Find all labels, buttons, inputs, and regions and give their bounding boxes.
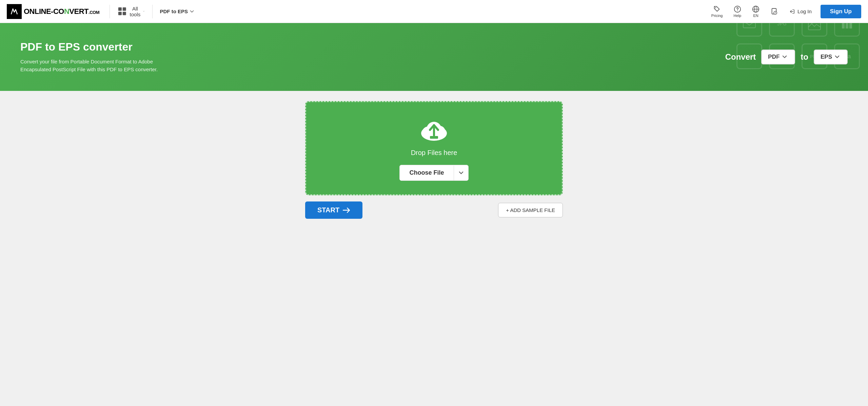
arrow-right-icon <box>343 207 350 213</box>
bg-icon-email <box>736 23 762 37</box>
bg-icon-chart <box>834 23 860 37</box>
grid-icon <box>117 6 127 16</box>
history-icon <box>770 8 778 15</box>
start-label: START <box>317 206 339 214</box>
logo-icon <box>7 4 22 19</box>
all-tools-button[interactable]: All tools <box>113 3 149 20</box>
login-button[interactable]: Log In <box>784 6 817 17</box>
hero-bg-icons: JPG PNG <box>347 23 868 91</box>
drop-zone[interactable]: Drop Files here Choose File <box>305 101 563 195</box>
svg-rect-17 <box>846 23 848 28</box>
header-right: Pricing Help EN <box>707 3 861 20</box>
globe-icon <box>752 5 760 13</box>
svg-rect-27 <box>430 136 438 139</box>
login-icon <box>789 8 795 15</box>
nav-divider2 <box>152 5 153 18</box>
converter-dropdown-button[interactable]: PDF to EPS <box>156 6 198 17</box>
bg-icon-img <box>802 23 827 37</box>
converter-label: PDF to EPS <box>160 8 188 14</box>
lang-label: EN <box>753 14 758 18</box>
all-tools-label: All tools <box>130 6 141 17</box>
nav-divider <box>110 5 110 18</box>
svg-rect-2 <box>123 7 126 11</box>
upload-icon <box>419 116 449 144</box>
bg-icon-font: Aa <box>834 43 860 69</box>
start-button[interactable]: START <box>305 201 362 219</box>
choose-file-group: Choose File <box>399 165 468 181</box>
history-button[interactable] <box>766 6 783 17</box>
help-icon <box>734 5 741 13</box>
svg-point-7 <box>737 10 738 11</box>
login-label: Log In <box>797 8 812 14</box>
main-header: ONLINE-CONVERT.COM All tools PDF to EPS … <box>0 0 868 23</box>
help-label: Help <box>733 14 741 18</box>
chevron-down-icon2 <box>190 10 194 13</box>
drop-files-text: Drop Files here <box>411 149 457 157</box>
bg-icon-doc <box>769 43 795 69</box>
choose-file-label: Choose File <box>409 169 444 176</box>
svg-point-5 <box>715 7 716 8</box>
main-content: Drop Files here Choose File START + ADD … <box>0 91 868 236</box>
signup-label: Sign Up <box>830 8 852 15</box>
pricing-icon <box>713 5 721 13</box>
bg-icon-png: PNG <box>736 43 762 69</box>
svg-rect-4 <box>123 12 126 15</box>
language-button[interactable]: EN <box>747 3 764 20</box>
svg-rect-19 <box>777 51 785 60</box>
chevron-down-icon5 <box>459 171 463 174</box>
bg-icon-pdf: PDF <box>802 43 827 69</box>
hero-banner: PDF to EPS converter Convert your file f… <box>0 23 868 91</box>
bottom-actions: START + ADD SAMPLE FILE <box>305 201 563 219</box>
pricing-label: Pricing <box>711 14 723 18</box>
add-sample-button[interactable]: + ADD SAMPLE FILE <box>498 203 563 217</box>
svg-rect-18 <box>849 23 852 28</box>
svg-rect-3 <box>118 12 122 15</box>
help-button[interactable]: Help <box>729 3 746 20</box>
choose-file-dropdown-button[interactable] <box>454 166 468 180</box>
svg-rect-1 <box>118 7 122 11</box>
add-sample-label: + ADD SAMPLE FILE <box>506 207 555 213</box>
bg-icon-jpg: JPG <box>769 23 795 37</box>
page-title: PDF to EPS converter <box>20 41 163 53</box>
hero-left: PDF to EPS converter Convert your file f… <box>20 41 163 73</box>
hero-description: Convert your file from Portable Document… <box>20 58 163 73</box>
logo-text: ONLINE-CONVERT.COM <box>24 7 99 16</box>
signup-button[interactable]: Sign Up <box>821 5 861 18</box>
svg-rect-16 <box>842 23 845 28</box>
choose-file-button[interactable]: Choose File <box>400 165 453 180</box>
chevron-down-icon <box>143 11 144 12</box>
pricing-button[interactable]: Pricing <box>707 3 728 20</box>
logo-link[interactable]: ONLINE-CONVERT.COM <box>7 4 99 19</box>
